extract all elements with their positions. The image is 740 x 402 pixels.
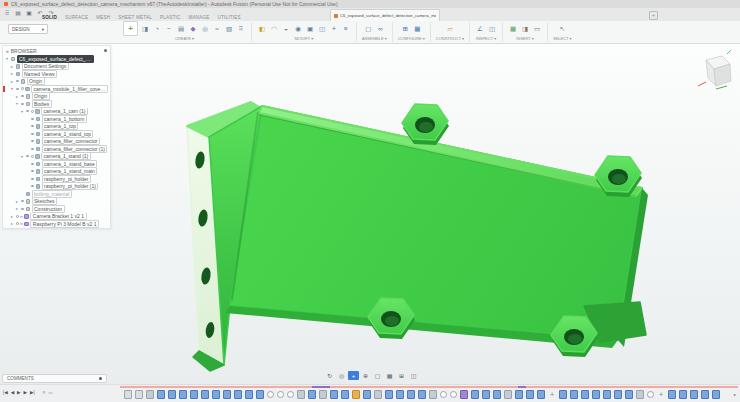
fit-button[interactable]: ▢	[372, 371, 383, 380]
timeline-feature-component[interactable]	[124, 390, 132, 399]
align-button[interactable]: ≡	[341, 24, 351, 34]
loft-button[interactable]: ▤	[176, 24, 186, 34]
step-back-button[interactable]: ◀	[11, 390, 14, 395]
tree-item-raspberry-pi-3-model-b-v2-1[interactable]: ▸∞Raspberry Pi 3 Model B v2 1	[3, 220, 110, 228]
expander-icon[interactable]: ▸	[10, 214, 14, 219]
press-pull-button[interactable]: ◧	[257, 24, 267, 34]
fillet-button[interactable]: ◠	[269, 24, 279, 34]
tab-mesh[interactable]: MESH	[96, 15, 110, 20]
timeline-feature-circle[interactable]	[647, 391, 654, 398]
go-to-start-button[interactable]: |◀	[3, 390, 8, 395]
tree-item-named-views[interactable]: ▸Named Views	[3, 70, 110, 78]
timeline-feature-sketch[interactable]	[201, 390, 209, 399]
display-settings-button[interactable]: ▦	[384, 371, 395, 380]
ribbon-group-label[interactable]: ASSEMBLE ▾	[362, 36, 387, 41]
timeline-feature-sketch[interactable]	[614, 390, 622, 399]
tree-item-document-settings[interactable]: ▸Document Settings	[3, 63, 110, 71]
timeline-feature-circle[interactable]	[440, 391, 447, 398]
timeline-group-marker-1[interactable]	[312, 386, 330, 388]
timeline-feature-sketch[interactable]	[190, 390, 198, 399]
shell-button[interactable]: ◒	[281, 24, 291, 34]
timeline-feature-plus[interactable]: +	[548, 390, 556, 399]
tree-item-c6-exposed-surface-defect-detection-camera-mechanism-v67[interactable]: ▾C6_exposed_surface_defect_detection_cam…	[3, 55, 110, 63]
ribbon-group-label[interactable]: CONSTRUCT ▾	[436, 36, 464, 41]
timeline-feature-purple[interactable]	[460, 390, 468, 399]
timeline-feature-sketch[interactable]	[625, 390, 633, 399]
visibility-eye-icon[interactable]	[26, 110, 30, 112]
visibility-eye-icon[interactable]	[21, 208, 25, 210]
configuration-button[interactable]: ⊞	[400, 24, 410, 34]
new-document-button[interactable]: +	[649, 11, 658, 20]
comments-expand-icon[interactable]	[99, 377, 102, 380]
timeline-feature-component[interactable]	[135, 390, 143, 399]
tree-item-bolting-material[interactable]: bolting_material	[3, 190, 110, 198]
grid-and-snaps-button[interactable]: ⊞	[396, 371, 407, 380]
comments-bar[interactable]: COMMENTS	[2, 374, 107, 383]
expander-icon[interactable]: ▸	[10, 221, 14, 226]
insert-canvas-button[interactable]: ▭	[532, 24, 542, 34]
timeline-feature-gray[interactable]	[146, 390, 154, 399]
timeline-feature-sketch[interactable]	[526, 390, 534, 399]
construction-plane-button[interactable]: ▱	[445, 24, 455, 34]
expander-icon[interactable]: ▸	[10, 71, 14, 76]
timeline-feature-sketch[interactable]	[223, 390, 231, 399]
model-viewport[interactable]	[0, 44, 740, 385]
joint-button[interactable]: ∞	[375, 24, 385, 34]
visibility-eye-icon[interactable]	[16, 88, 20, 90]
sweep-button[interactable]: ~	[164, 24, 174, 34]
timeline-feature-circle[interactable]	[287, 391, 294, 398]
section-analysis-button[interactable]: ◫	[487, 24, 497, 34]
tree-item-camera-module-1-filler-cover-1[interactable]: ▾camera_module_1_filler_cover 1	[3, 85, 110, 93]
timeline-feature-circle[interactable]	[267, 391, 274, 398]
viewports-button[interactable]: ◫	[408, 371, 419, 380]
tree-item-raspberry-pi-holder[interactable]: raspberry_pi_holder	[3, 175, 110, 183]
ribbon-group-label[interactable]: CONFIGURE ▾	[398, 36, 425, 41]
collapse-panel-icon[interactable]: «	[6, 48, 9, 54]
timeline-feature-gray[interactable]	[429, 390, 437, 399]
pan-button[interactable]: +	[348, 371, 359, 380]
app-launcher-button[interactable]: ⠿	[3, 9, 11, 18]
visibility-eye-icon[interactable]	[21, 103, 25, 105]
viewcube[interactable]	[698, 50, 731, 89]
timeline-feature-orange[interactable]	[352, 390, 360, 399]
zoom-button[interactable]: ⊕	[360, 371, 371, 380]
tree-item-bodies[interactable]: ▾Bodies	[3, 100, 110, 108]
create-sketch-button[interactable]: +	[123, 21, 138, 36]
save-button[interactable]: ▣	[25, 9, 33, 18]
offset-face-button[interactable]: ▣	[305, 24, 315, 34]
expander-icon[interactable]: ▸	[15, 94, 19, 99]
tree-item-camera-1-stand-top[interactable]: camera_1_stand_top	[3, 130, 110, 138]
viewport-canvas[interactable]	[0, 44, 740, 385]
design-type-dropdown[interactable]: DESIGN ▾	[8, 24, 48, 34]
timeline-feature-gray[interactable]	[297, 390, 305, 399]
timeline-options-button[interactable]: ≡	[43, 390, 46, 395]
timeline-feature-circle[interactable]	[450, 391, 457, 398]
timeline-group-marker-2[interactable]	[518, 386, 526, 388]
ribbon-group-label[interactable]: INSERT ▾	[516, 36, 534, 41]
tree-item-camera-1-stand-base[interactable]: camera_1_stand_base	[3, 160, 110, 168]
expander-icon[interactable]: ▾	[20, 154, 24, 159]
timeline-feature-sketch[interactable]	[179, 390, 187, 399]
timeline-feature-sketch[interactable]	[592, 390, 600, 399]
step-forward-button[interactable]: ▶	[24, 390, 27, 395]
tab-sheet-metal[interactable]: SHEET METAL	[118, 15, 152, 20]
configuration-table-button[interactable]: ▦	[412, 24, 422, 34]
timeline-feature-gray[interactable]	[636, 390, 644, 399]
pattern-button[interactable]: ⠿	[236, 24, 246, 34]
file-menu-button[interactable]: ▤	[14, 9, 22, 18]
timeline-feature-sketch[interactable]	[168, 390, 176, 399]
visibility-eye-icon[interactable]	[31, 185, 35, 187]
visibility-eye-icon[interactable]	[16, 80, 20, 82]
timeline-feature-sketch[interactable]	[157, 390, 165, 399]
document-tab[interactable]: C6_exposed_surface_defect_detection_came…	[330, 9, 440, 21]
form-button[interactable]: ◆	[188, 24, 198, 34]
timeline-feature-sketch[interactable]	[330, 390, 338, 399]
timeline-feature-sketch[interactable]	[570, 390, 578, 399]
visibility-eye-icon[interactable]	[21, 200, 25, 202]
tree-item-origin[interactable]: ▸Origin	[3, 78, 110, 86]
tab-solid[interactable]: SOLID	[42, 15, 57, 20]
activate-radio[interactable]	[16, 215, 19, 218]
timeline-feature-sketch[interactable]	[603, 390, 611, 399]
timeline-feature-circle[interactable]	[277, 391, 284, 398]
visibility-eye-icon[interactable]	[31, 133, 35, 135]
